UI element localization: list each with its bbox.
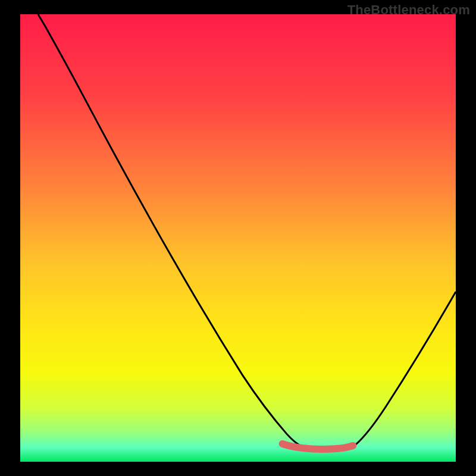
plot-area: [20, 14, 456, 462]
chart-frame: TheBottleneck.com: [0, 0, 476, 476]
gradient-background: [20, 14, 456, 462]
bottleneck-plot: [20, 14, 456, 462]
watermark-text: TheBottleneck.com: [347, 2, 470, 18]
